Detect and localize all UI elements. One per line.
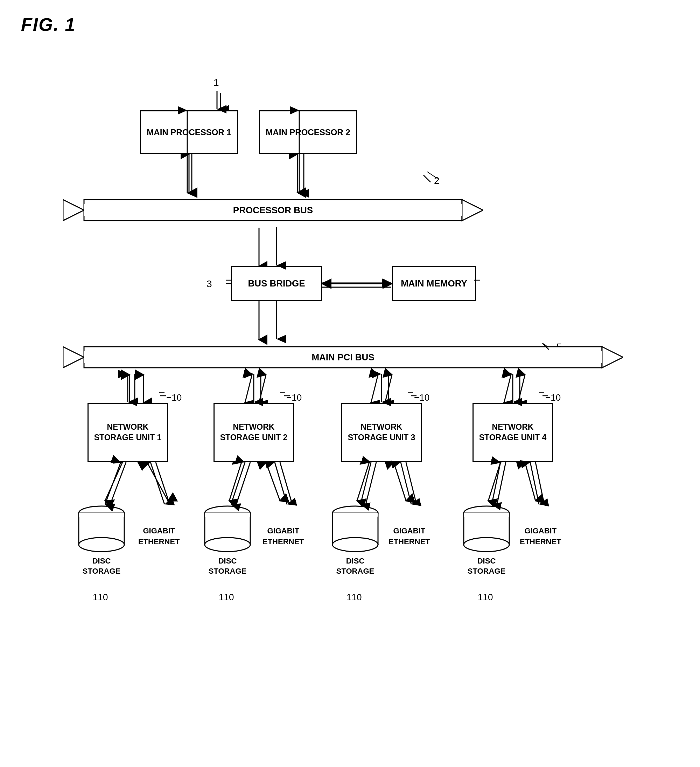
- main-pci-bus-label: MAIN PCI BUS: [311, 352, 374, 363]
- svg-line-27: [525, 462, 535, 501]
- disc4-cylinder: DISC STORAGE: [460, 504, 513, 576]
- ref-2: 2: [434, 175, 440, 186]
- svg-line-84: [156, 462, 170, 504]
- svg-point-50: [205, 538, 250, 552]
- eth1-label: GIGABIT ETHERNET: [138, 515, 180, 547]
- main-memory-box: MAIN MEMORY: [392, 266, 476, 301]
- svg-line-95: [530, 462, 539, 504]
- svg-line-26: [488, 462, 500, 501]
- processor-bus: PROCESSOR BUS: [63, 193, 483, 228]
- svg-line-88: [280, 462, 292, 504]
- svg-line-17: [385, 375, 392, 403]
- svg-rect-55: [333, 513, 378, 517]
- svg-line-18: [504, 375, 511, 403]
- fig-label: FIG. 1: [21, 14, 76, 35]
- svg-line-24: [357, 462, 369, 501]
- svg-line-19: [518, 375, 525, 403]
- ref-110c: 110: [346, 592, 362, 603]
- ref-10b: −10: [286, 392, 302, 403]
- nsu2-box: NETWORK STORAGE UNIT 2: [214, 403, 294, 462]
- svg-line-22: [229, 462, 241, 501]
- svg-line-92: [406, 462, 416, 504]
- svg-line-20: [105, 462, 122, 501]
- disc2-label: DISC STORAGE: [201, 556, 254, 576]
- svg-line-87: [275, 462, 287, 504]
- svg-line-86: [236, 462, 250, 504]
- main-processor-1-box: MAIN PROCESSOR 1: [140, 110, 238, 154]
- svg-line-94: [497, 462, 506, 504]
- svg-line-23: [266, 462, 280, 501]
- disc3-label: DISC STORAGE: [329, 556, 381, 576]
- svg-rect-51: [205, 513, 250, 517]
- disc4-label: DISC STORAGE: [460, 556, 513, 576]
- processor-bus-label: PROCESSOR BUS: [233, 205, 313, 216]
- eth2-label: GIGABIT ETHERNET: [262, 515, 304, 547]
- nsu4-box: NETWORK STORAGE UNIT 4: [473, 403, 553, 462]
- disc1-label: DISC STORAGE: [75, 556, 128, 576]
- eth3-label: GIGABIT ETHERNET: [389, 515, 430, 547]
- nsu3-box: NETWORK STORAGE UNIT 3: [341, 403, 422, 462]
- ref-110b: 110: [219, 592, 234, 603]
- disc3-cylinder: DISC STORAGE: [329, 504, 381, 576]
- svg-line-14: [245, 375, 252, 403]
- svg-line-21: [147, 462, 168, 501]
- svg-rect-47: [79, 513, 124, 517]
- nsu1-box: NETWORK STORAGE UNIT 1: [87, 403, 168, 462]
- disc2-cylinder: DISC STORAGE: [201, 504, 254, 576]
- svg-line-16: [371, 375, 378, 403]
- svg-point-58: [464, 538, 509, 552]
- svg-line-97: [424, 175, 430, 182]
- svg-line-96: [535, 462, 544, 504]
- svg-line-81: [105, 462, 121, 504]
- svg-point-46: [79, 538, 124, 552]
- main-processor-2-box: MAIN PROCESSOR 2: [259, 110, 357, 154]
- svg-line-85: [231, 462, 245, 504]
- ref-3: 3: [206, 278, 212, 290]
- main-pci-bus: MAIN PCI BUS: [63, 340, 623, 375]
- svg-line-25: [394, 462, 406, 501]
- disc1-cylinder: DISC STORAGE: [75, 504, 128, 576]
- ref-10c: −10: [414, 392, 429, 403]
- ref-110d: 110: [478, 592, 493, 603]
- svg-line-82: [110, 462, 126, 504]
- svg-line-15: [259, 375, 266, 403]
- ref-10d: −10: [545, 392, 561, 403]
- svg-line-93: [492, 462, 500, 504]
- bus-bridge-box: BUS BRIDGE: [231, 266, 322, 301]
- svg-point-54: [332, 538, 378, 552]
- svg-rect-59: [464, 513, 509, 517]
- ref-110a: 110: [93, 592, 108, 603]
- svg-line-91: [401, 462, 411, 504]
- svg-line-89: [360, 462, 371, 504]
- ref-1: 1: [214, 77, 219, 88]
- ref-10a: −10: [166, 392, 182, 403]
- svg-line-83: [151, 462, 165, 504]
- eth4-label: GIGABIT ETHERNET: [520, 515, 561, 547]
- svg-line-90: [366, 462, 376, 504]
